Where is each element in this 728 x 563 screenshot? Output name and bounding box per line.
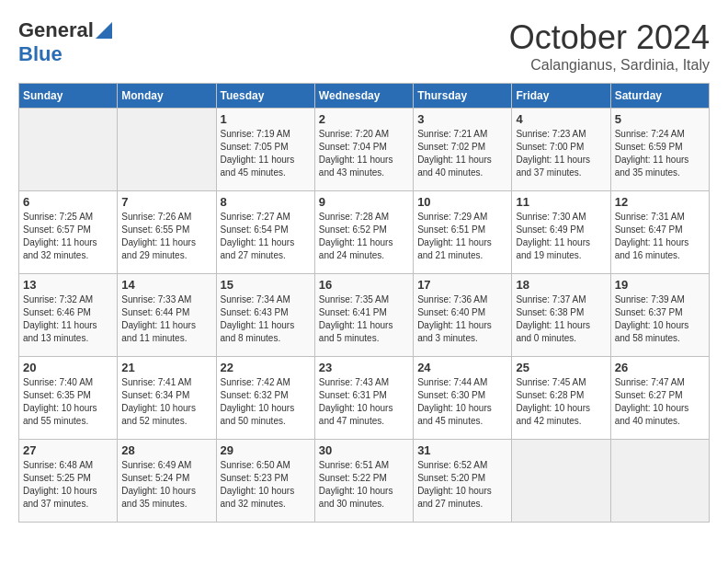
calendar-table: SundayMondayTuesdayWednesdayThursdayFrid… — [18, 83, 710, 523]
calendar-cell: 10Sunrise: 7:29 AM Sunset: 6:51 PM Dayli… — [414, 191, 512, 274]
calendar-cell: 19Sunrise: 7:39 AM Sunset: 6:37 PM Dayli… — [610, 274, 709, 357]
calendar-cell: 8Sunrise: 7:27 AM Sunset: 6:54 PM Daylig… — [216, 191, 314, 274]
day-info: Sunrise: 6:49 AM Sunset: 5:24 PM Dayligh… — [121, 459, 211, 511]
calendar-cell: 28Sunrise: 6:49 AM Sunset: 5:24 PM Dayli… — [118, 440, 216, 523]
calendar-cell: 1Sunrise: 7:19 AM Sunset: 7:05 PM Daylig… — [216, 109, 314, 191]
logo-blue: Blue — [18, 42, 63, 65]
day-info: Sunrise: 7:45 AM Sunset: 6:28 PM Dayligh… — [516, 376, 606, 428]
calendar-cell: 23Sunrise: 7:43 AM Sunset: 6:31 PM Dayli… — [314, 357, 413, 440]
day-info: Sunrise: 7:25 AM Sunset: 6:57 PM Dayligh… — [23, 211, 113, 262]
calendar-week-row: 13Sunrise: 7:32 AM Sunset: 6:46 PM Dayli… — [19, 274, 710, 357]
calendar-cell: 5Sunrise: 7:24 AM Sunset: 6:59 PM Daylig… — [610, 109, 709, 191]
calendar-cell: 15Sunrise: 7:34 AM Sunset: 6:43 PM Dayli… — [216, 274, 314, 357]
logo-general: General — [18, 18, 94, 42]
calendar-cell: 13Sunrise: 7:32 AM Sunset: 6:46 PM Dayli… — [19, 274, 118, 357]
calendar-week-row: 20Sunrise: 7:40 AM Sunset: 6:35 PM Dayli… — [19, 357, 710, 440]
day-number: 8 — [221, 195, 311, 209]
calendar-cell: 18Sunrise: 7:37 AM Sunset: 6:38 PM Dayli… — [512, 274, 610, 357]
calendar-cell: 20Sunrise: 7:40 AM Sunset: 6:35 PM Dayli… — [19, 357, 118, 440]
day-number: 21 — [121, 361, 211, 374]
day-info: Sunrise: 7:37 AM Sunset: 6:38 PM Dayligh… — [516, 293, 606, 345]
month-title: October 2024 — [509, 18, 710, 57]
day-info: Sunrise: 7:20 AM Sunset: 7:04 PM Dayligh… — [319, 128, 409, 179]
svg-marker-0 — [96, 22, 112, 39]
day-number: 20 — [23, 361, 113, 374]
day-number: 4 — [516, 112, 606, 126]
day-info: Sunrise: 7:19 AM Sunset: 7:05 PM Dayligh… — [221, 128, 311, 179]
calendar-cell: 26Sunrise: 7:47 AM Sunset: 6:27 PM Dayli… — [610, 357, 709, 440]
day-number: 12 — [615, 195, 705, 209]
day-info: Sunrise: 7:32 AM Sunset: 6:46 PM Dayligh… — [23, 293, 113, 345]
day-number: 10 — [417, 195, 507, 209]
day-info: Sunrise: 7:28 AM Sunset: 6:52 PM Dayligh… — [319, 211, 409, 262]
day-info: Sunrise: 7:27 AM Sunset: 6:54 PM Dayligh… — [221, 211, 311, 262]
day-info: Sunrise: 7:33 AM Sunset: 6:44 PM Dayligh… — [121, 293, 211, 345]
calendar-body: 1Sunrise: 7:19 AM Sunset: 7:05 PM Daylig… — [19, 109, 710, 523]
calendar-header-row: SundayMondayTuesdayWednesdayThursdayFrid… — [19, 84, 710, 109]
day-number: 25 — [516, 361, 606, 374]
calendar-cell — [610, 440, 709, 523]
day-of-week-header: Wednesday — [314, 84, 413, 109]
day-number: 14 — [121, 278, 211, 292]
day-number: 31 — [417, 443, 507, 457]
day-info: Sunrise: 7:42 AM Sunset: 6:32 PM Dayligh… — [221, 376, 311, 428]
calendar-cell: 21Sunrise: 7:41 AM Sunset: 6:34 PM Dayli… — [118, 357, 216, 440]
day-number: 9 — [319, 195, 409, 209]
calendar-cell: 2Sunrise: 7:20 AM Sunset: 7:04 PM Daylig… — [314, 109, 413, 191]
day-info: Sunrise: 7:21 AM Sunset: 7:02 PM Dayligh… — [417, 128, 507, 179]
page-header: General Blue October 2024 Calangianus, S… — [18, 18, 710, 74]
day-info: Sunrise: 6:50 AM Sunset: 5:23 PM Dayligh… — [221, 459, 311, 511]
day-info: Sunrise: 7:31 AM Sunset: 6:47 PM Dayligh… — [615, 211, 705, 262]
title-section: October 2024 Calangianus, Sardinia, Ital… — [509, 18, 710, 74]
day-number: 23 — [319, 361, 409, 374]
logo-triangle-icon — [96, 22, 112, 39]
calendar-cell — [118, 109, 216, 191]
calendar-cell: 27Sunrise: 6:48 AM Sunset: 5:25 PM Dayli… — [19, 440, 118, 523]
day-number: 1 — [221, 112, 311, 126]
day-number: 5 — [615, 112, 705, 126]
day-info: Sunrise: 6:48 AM Sunset: 5:25 PM Dayligh… — [23, 459, 113, 511]
day-info: Sunrise: 7:30 AM Sunset: 6:49 PM Dayligh… — [516, 211, 606, 262]
calendar-week-row: 27Sunrise: 6:48 AM Sunset: 5:25 PM Dayli… — [19, 440, 710, 523]
day-number: 27 — [23, 443, 113, 457]
day-info: Sunrise: 7:40 AM Sunset: 6:35 PM Dayligh… — [23, 376, 113, 428]
calendar-cell: 9Sunrise: 7:28 AM Sunset: 6:52 PM Daylig… — [314, 191, 413, 274]
day-info: Sunrise: 6:51 AM Sunset: 5:22 PM Dayligh… — [319, 459, 409, 511]
day-info: Sunrise: 7:43 AM Sunset: 6:31 PM Dayligh… — [319, 376, 409, 428]
day-of-week-header: Monday — [118, 84, 216, 109]
day-number: 28 — [121, 443, 211, 457]
calendar-cell: 24Sunrise: 7:44 AM Sunset: 6:30 PM Dayli… — [414, 357, 512, 440]
day-info: Sunrise: 6:52 AM Sunset: 5:20 PM Dayligh… — [417, 459, 507, 511]
day-number: 17 — [417, 278, 507, 292]
day-number: 19 — [615, 278, 705, 292]
calendar-cell: 3Sunrise: 7:21 AM Sunset: 7:02 PM Daylig… — [414, 109, 512, 191]
day-number: 7 — [121, 195, 211, 209]
day-info: Sunrise: 7:39 AM Sunset: 6:37 PM Dayligh… — [615, 293, 705, 345]
day-of-week-header: Sunday — [19, 84, 118, 109]
logo: General Blue — [18, 18, 112, 66]
day-number: 30 — [319, 443, 409, 457]
calendar-cell: 11Sunrise: 7:30 AM Sunset: 6:49 PM Dayli… — [512, 191, 610, 274]
day-of-week-header: Saturday — [610, 84, 709, 109]
calendar-cell: 30Sunrise: 6:51 AM Sunset: 5:22 PM Dayli… — [314, 440, 413, 523]
location-subtitle: Calangianus, Sardinia, Italy — [509, 57, 710, 74]
calendar-cell — [19, 109, 118, 191]
calendar-cell — [512, 440, 610, 523]
day-number: 22 — [221, 361, 311, 374]
calendar-cell: 6Sunrise: 7:25 AM Sunset: 6:57 PM Daylig… — [19, 191, 118, 274]
calendar-cell: 22Sunrise: 7:42 AM Sunset: 6:32 PM Dayli… — [216, 357, 314, 440]
day-number: 13 — [23, 278, 113, 292]
day-of-week-header: Friday — [512, 84, 610, 109]
day-info: Sunrise: 7:36 AM Sunset: 6:40 PM Dayligh… — [417, 293, 507, 345]
calendar-week-row: 1Sunrise: 7:19 AM Sunset: 7:05 PM Daylig… — [19, 109, 710, 191]
day-info: Sunrise: 7:35 AM Sunset: 6:41 PM Dayligh… — [319, 293, 409, 345]
day-info: Sunrise: 7:34 AM Sunset: 6:43 PM Dayligh… — [221, 293, 311, 345]
day-of-week-header: Tuesday — [216, 84, 314, 109]
calendar-cell: 31Sunrise: 6:52 AM Sunset: 5:20 PM Dayli… — [414, 440, 512, 523]
day-number: 2 — [319, 112, 409, 126]
day-info: Sunrise: 7:47 AM Sunset: 6:27 PM Dayligh… — [615, 376, 705, 428]
day-number: 29 — [221, 443, 311, 457]
day-number: 18 — [516, 278, 606, 292]
day-info: Sunrise: 7:26 AM Sunset: 6:55 PM Dayligh… — [121, 211, 211, 262]
calendar-cell: 29Sunrise: 6:50 AM Sunset: 5:23 PM Dayli… — [216, 440, 314, 523]
